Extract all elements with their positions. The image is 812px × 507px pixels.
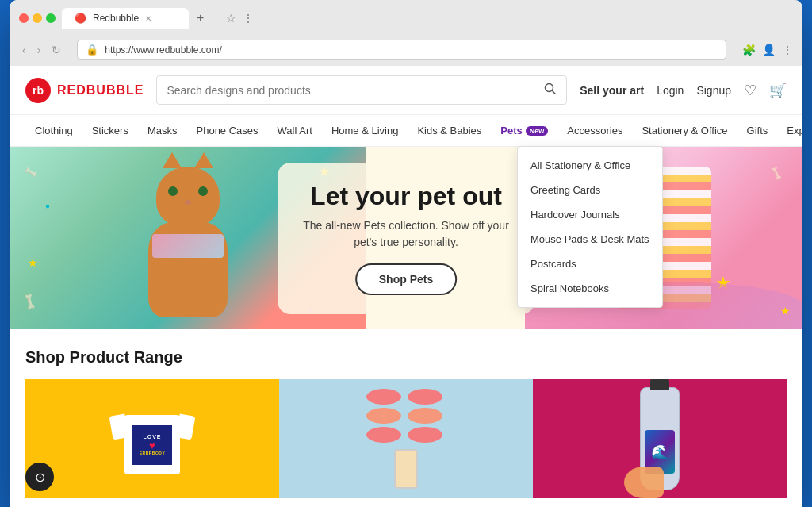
- product-card-tshirts[interactable]: LOVE ♥ ERRRBODY: [25, 379, 279, 498]
- window-controls: [19, 13, 56, 23]
- profile-icon[interactable]: 👤: [762, 44, 776, 56]
- nav-masks[interactable]: Masks: [138, 115, 187, 146]
- dropdown-postcards[interactable]: Postcards: [518, 252, 662, 276]
- more-options-icon[interactable]: ⋮: [243, 12, 254, 25]
- hero-content: Let your pet out The all-new Pets collec…: [278, 163, 534, 314]
- nav-clothing[interactable]: Clothing: [25, 115, 82, 146]
- new-badge: New: [526, 126, 549, 136]
- tab-favicon: 🔴: [75, 13, 86, 24]
- dropdown-hardcover-journals[interactable]: Hardcover Journals: [518, 202, 662, 227]
- dropdown-greeting-cards[interactable]: Greeting Cards: [518, 178, 662, 202]
- dropdown-all-stationery[interactable]: All Stationery & Office: [518, 153, 662, 178]
- nav-pets[interactable]: Pets New: [491, 115, 557, 146]
- tab-label: Redbubble: [93, 13, 139, 24]
- site-header: rb REDBUBBLE Sell your art Login Signup …: [10, 66, 802, 115]
- nav-stickers[interactable]: Stickers: [82, 115, 138, 146]
- dropdown-mouse-pads[interactable]: Mouse Pads & Desk Mats: [518, 227, 662, 252]
- tabs-bar: 🔴 Redbubble ✕ +: [62, 8, 210, 29]
- logo-text: REDBUBBLE: [57, 83, 144, 98]
- page-content: rb REDBUBBLE Sell your art Login Signup …: [10, 66, 802, 507]
- nav-explore[interactable]: Explore designs: [777, 115, 802, 146]
- search-input[interactable]: [167, 84, 538, 97]
- sell-link[interactable]: Sell your art: [580, 84, 644, 97]
- svg-line-1: [553, 91, 556, 94]
- tshirt-illustration: LOVE ♥ ERRRBODY: [121, 403, 184, 474]
- hero-title: Let your pet out: [303, 182, 509, 211]
- accessibility-button[interactable]: ⊙: [25, 463, 54, 491]
- nav-wall-art[interactable]: Wall Art: [268, 115, 322, 146]
- browser-navigation: ‹ › ↻: [19, 42, 64, 58]
- bookmark-icon[interactable]: ☆: [226, 12, 236, 25]
- nav-phone-cases[interactable]: Phone Cases: [187, 115, 268, 146]
- logo-icon: rb: [25, 78, 51, 103]
- search-button[interactable]: [544, 83, 557, 98]
- accessibility-icon: ⊙: [35, 470, 45, 485]
- browser-chrome: 🔴 Redbubble ✕ + ☆ ⋮ ‹ › ↻ 🔒 https://www.…: [10, 0, 802, 66]
- back-button[interactable]: ‹: [19, 42, 29, 58]
- forward-button[interactable]: ›: [34, 42, 44, 58]
- active-tab[interactable]: 🔴 Redbubble ✕: [62, 8, 189, 29]
- product-grid: LOVE ♥ ERRRBODY: [25, 379, 787, 498]
- login-link[interactable]: Login: [657, 84, 684, 97]
- search-bar[interactable]: [156, 75, 567, 105]
- browser-action-buttons: ☆ ⋮: [226, 12, 254, 25]
- hero-subtitle: The all-new Pets collection. Show off yo…: [303, 217, 509, 251]
- section-title: Shop Product Range: [25, 348, 787, 367]
- product-card-home[interactable]: [279, 379, 533, 498]
- browser-right-actions: 🧩 👤 ⋮: [742, 44, 793, 56]
- nav-stationery[interactable]: Stationery & Office: [632, 115, 737, 146]
- extensions-icon[interactable]: 🧩: [742, 44, 756, 56]
- nav-accessories[interactable]: Accessories: [557, 115, 632, 146]
- product-section: Shop Product Range LOVE ♥ ERRRBODY: [10, 329, 802, 507]
- new-tab-button[interactable]: +: [190, 8, 210, 29]
- hero-cta-button[interactable]: Shop Pets: [355, 263, 457, 295]
- close-dot[interactable]: [19, 13, 29, 23]
- nav-gifts[interactable]: Gifts: [737, 115, 778, 146]
- wishlist-button[interactable]: ♡: [744, 82, 756, 99]
- secure-icon: 🔒: [86, 44, 98, 56]
- stationery-dropdown: All Stationery & Office Greeting Cards H…: [517, 146, 663, 308]
- hero-banner: ★ ★ ● ● 🦴 🦴 ● ★ ● ★: [10, 147, 802, 329]
- site-nav: Clothing Stickers Masks Phone Cases Wall…: [10, 115, 802, 147]
- nav-kids-babies[interactable]: Kids & Babies: [408, 115, 491, 146]
- nav-home-living[interactable]: Home & Living: [322, 115, 408, 146]
- dropdown-spiral-notebooks[interactable]: Spiral Notebooks: [518, 276, 662, 301]
- header-links: Sell your art Login Signup ♡ 🛒: [580, 82, 787, 99]
- product-card-accessories[interactable]: 🌊: [533, 379, 787, 498]
- browser-window: 🔴 Redbubble ✕ + ☆ ⋮ ‹ › ↻ 🔒 https://www.…: [10, 0, 802, 507]
- menu-icon[interactable]: ⋮: [782, 44, 793, 56]
- url-text: https://www.redbubble.com/: [105, 44, 221, 56]
- maximize-dot[interactable]: [46, 13, 56, 23]
- address-bar[interactable]: 🔒 https://www.redbubble.com/: [77, 40, 726, 60]
- signup-link[interactable]: Signup: [696, 84, 731, 97]
- tab-close-button[interactable]: ✕: [145, 14, 151, 23]
- cart-button[interactable]: 🛒: [769, 82, 787, 99]
- refresh-button[interactable]: ↻: [48, 42, 64, 58]
- minimize-dot[interactable]: [33, 13, 42, 23]
- logo[interactable]: rb REDBUBBLE: [25, 78, 144, 103]
